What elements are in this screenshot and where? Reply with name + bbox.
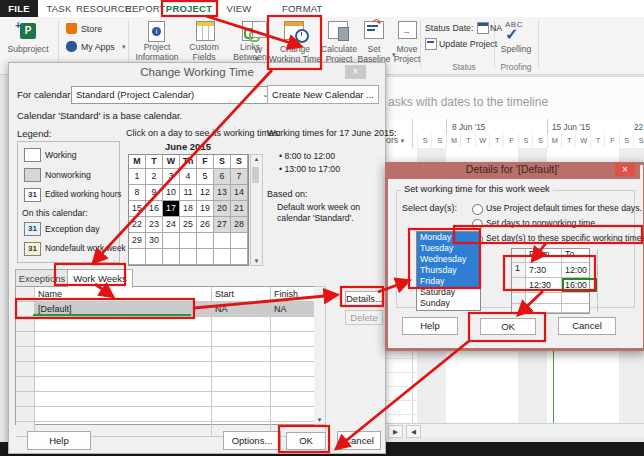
scroll-down-icon[interactable]: ▼	[314, 417, 325, 423]
from-cell[interactable]: 7:30	[526, 263, 562, 277]
to-cell[interactable]	[562, 293, 598, 303]
calendar-day[interactable]: 29	[129, 233, 146, 249]
tab-resource[interactable]: RESOURCE	[76, 0, 120, 17]
tab-work-weeks[interactable]: Work Weeks	[67, 269, 133, 288]
calendar-day[interactable]	[231, 233, 248, 249]
scroll-left-icon[interactable]: ◀	[406, 425, 421, 438]
calendar-day[interactable]: 17	[163, 201, 180, 217]
tab-file[interactable]: FILE	[0, 0, 38, 17]
calendar-day[interactable]	[214, 249, 231, 265]
name-cell[interactable]	[35, 377, 212, 391]
calendar-day[interactable]: 18	[180, 201, 197, 217]
grid-row[interactable]	[512, 293, 589, 304]
calendar-day[interactable]: 2	[146, 169, 163, 185]
project-information-button[interactable]: Project Information	[132, 43, 182, 63]
day-list-item[interactable]: Sunday	[417, 298, 480, 309]
options-button[interactable]: Options...	[223, 431, 281, 450]
calendar-day[interactable]: 20	[214, 201, 231, 217]
calendar-day[interactable]: 28	[231, 217, 248, 233]
move-project-button[interactable]: Move Project	[392, 45, 422, 65]
name-cell[interactable]	[35, 362, 212, 376]
day-list-item[interactable]: Tuesday	[417, 243, 480, 254]
day-list-item[interactable]: Wednesday	[417, 254, 480, 265]
calendar-day[interactable]: 24	[163, 217, 180, 233]
table-row[interactable]	[16, 347, 315, 362]
calendar-day[interactable]: 8	[129, 185, 146, 201]
scroll-right-icon[interactable]: ▶	[388, 425, 403, 438]
create-new-calendar-button[interactable]: Create New Calendar ...	[267, 85, 379, 104]
grid-row[interactable]: 17:3012:00	[512, 263, 589, 278]
radio-icon[interactable]	[472, 204, 483, 215]
calendar-day[interactable]	[180, 249, 197, 265]
grid-row[interactable]: 12:3016:00	[512, 278, 589, 293]
calendar-day[interactable]	[163, 249, 180, 265]
ok-button[interactable]: OK	[286, 432, 326, 450]
calendar-day[interactable]: 19	[197, 201, 214, 217]
table-row[interactable]	[16, 392, 315, 407]
calendar-day[interactable]: 5	[197, 169, 214, 185]
tab-view[interactable]: VIEW	[224, 0, 254, 17]
update-project-button[interactable]: Update Project	[439, 39, 497, 49]
radio-option-0[interactable]: Use Project default times for these days…	[486, 203, 642, 213]
calendar-day[interactable]: 21	[231, 201, 248, 217]
wbs-button[interactable]: W	[254, 45, 262, 55]
tab-report[interactable]: REPORT	[125, 0, 161, 17]
subproject-button[interactable]: Subproject	[2, 45, 54, 55]
tab-project[interactable]: PROJECT	[163, 0, 215, 17]
custom-fields-button[interactable]: Custom Fields	[182, 43, 226, 63]
scroll-up-icon[interactable]: ▲	[251, 156, 262, 162]
day-list[interactable]: MondayTuesdayWednesdayThursdayFridaySatu…	[416, 231, 481, 311]
details-button[interactable]: Details...	[345, 291, 383, 306]
ok-button[interactable]: OK	[480, 318, 536, 335]
calendar-day[interactable]: 3	[163, 169, 180, 185]
from-cell[interactable]: 12:30	[526, 278, 562, 292]
calendar-day[interactable]: 9	[146, 185, 163, 201]
calendar-day[interactable]: 25	[180, 217, 197, 233]
calendar-day[interactable]: 1	[129, 169, 146, 185]
chevron-down-icon[interactable]: ▾	[122, 43, 126, 51]
calendar-day[interactable]: 16	[146, 201, 163, 217]
radio-option-2[interactable]: Set day(s) to these specific working tim…	[486, 233, 644, 243]
day-list-item[interactable]: Saturday	[417, 287, 480, 298]
table-row[interactable]	[16, 332, 315, 347]
calendar-day[interactable]	[231, 249, 248, 265]
name-cell[interactable]	[35, 392, 212, 406]
calendar-day[interactable]: 7	[231, 169, 248, 185]
store-button[interactable]: Store	[81, 24, 102, 34]
calendar-day[interactable]	[129, 249, 146, 265]
table-scrollbar[interactable]: ▼	[314, 286, 326, 425]
status-date-value[interactable]: NA	[490, 23, 502, 33]
from-cell[interactable]	[526, 304, 562, 312]
scroll-down-icon[interactable]: ▼	[251, 258, 262, 264]
cancel-button[interactable]: Cancel	[337, 431, 381, 450]
day-list-item[interactable]: Thursday	[417, 265, 480, 276]
calendar-scrollbar[interactable]: ▲ ▼	[250, 154, 263, 266]
calendar-day[interactable]: 15	[129, 201, 146, 217]
day-list-item[interactable]: Friday	[417, 276, 480, 287]
table-row[interactable]	[16, 407, 315, 422]
my-apps-button[interactable]: My Apps	[81, 42, 115, 52]
calendar-select[interactable]: Standard (Project Calendar)⌄	[71, 86, 273, 104]
table-row[interactable]	[16, 317, 315, 332]
calendar-day[interactable]: 27	[214, 217, 231, 233]
table-row[interactable]	[16, 362, 315, 377]
calendar-day[interactable]: 12	[197, 185, 214, 201]
table-row[interactable]	[16, 377, 315, 392]
close-icon[interactable]: ×	[615, 163, 635, 176]
working-times-grid[interactable]: FromTo17:3012:0012:3016:00	[511, 248, 590, 314]
grid-row[interactable]	[512, 304, 589, 313]
calendar-day[interactable]: 11	[180, 185, 197, 201]
tab-task[interactable]: TASK	[44, 0, 74, 17]
radio-option-1[interactable]: Set days to nonworking time.	[486, 218, 598, 228]
calendar-day[interactable]: 26	[197, 217, 214, 233]
help-button[interactable]: Help	[27, 431, 91, 450]
radio-icon[interactable]	[472, 219, 483, 230]
calendar-day[interactable]	[214, 233, 231, 249]
calendar-day[interactable]	[197, 233, 214, 249]
help-button[interactable]: Help	[402, 317, 458, 335]
calendar-day[interactable]	[146, 249, 163, 265]
scrollbar-thumb[interactable]	[252, 167, 259, 183]
calendar-day[interactable]: 4	[180, 169, 197, 185]
calendar-day[interactable]: 14	[231, 185, 248, 201]
to-cell[interactable]	[562, 304, 598, 312]
